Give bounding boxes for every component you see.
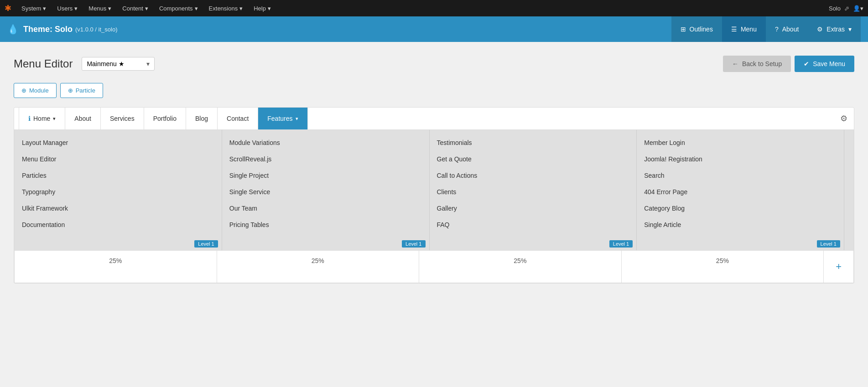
module-plus-icon: ⊕ <box>21 87 26 94</box>
extras-gear-icon: ⚙ <box>817 26 823 33</box>
list-item[interactable]: Layout Manager <box>15 134 222 151</box>
home-info-icon: ℹ <box>28 115 31 122</box>
percent-cell-3: 25% <box>419 251 622 283</box>
extras-button[interactable]: ⚙ Extras ▾ <box>808 16 861 42</box>
home-chevron-icon: ▾ <box>53 116 56 122</box>
percent-cell-2: 25% <box>217 251 420 283</box>
list-item[interactable]: Category Blog <box>637 200 844 217</box>
list-item[interactable]: 404 Error Page <box>637 184 844 200</box>
percent-row: 25% 25% 25% 25% + <box>14 251 854 283</box>
settings-gear-button[interactable]: ⚙ <box>838 112 849 125</box>
list-item[interactable]: Single Service <box>222 184 429 200</box>
outlines-icon: ⊞ <box>681 26 686 33</box>
list-item[interactable]: Typography <box>15 184 222 200</box>
list-item[interactable]: Particles <box>15 167 222 184</box>
nav-menus[interactable]: Menus ▾ <box>84 0 116 16</box>
level-badge-4: Level 1 <box>817 240 840 248</box>
editor-header: Menu Editor Mainmenu ★ ▾ ← Back to Setup… <box>14 56 854 72</box>
column-items-1: Layout Manager Menu Editor Particles Typ… <box>15 130 222 237</box>
nav-extensions[interactable]: Extensions ▾ <box>204 0 248 16</box>
list-item[interactable]: Pricing Tables <box>222 217 429 233</box>
about-button[interactable]: ? About <box>766 16 808 42</box>
list-item[interactable]: Module Variations <box>222 134 429 151</box>
add-column-button[interactable]: + <box>830 257 847 276</box>
main-content: Menu Editor Mainmenu ★ ▾ ← Back to Setup… <box>0 42 868 387</box>
add-column-plus-icon: + <box>836 261 842 273</box>
nav-users[interactable]: Users ▾ <box>52 0 82 16</box>
save-check-icon: ✔ <box>804 60 809 67</box>
page-title: Menu Editor <box>14 57 73 70</box>
level-badge-2: Level 1 <box>402 240 425 248</box>
list-item[interactable]: Clients <box>430 184 637 200</box>
menu-button[interactable]: ☰ Menu <box>722 16 766 42</box>
top-navigation: ✱ System ▾ Users ▾ Menus ▾ Content ▾ Com… <box>0 0 868 16</box>
menu-tabs: ℹ Home ▾ About Services Portfolio Blog C… <box>14 108 854 130</box>
nav-content[interactable]: Content ▾ <box>118 0 153 16</box>
list-item[interactable]: Testimonials <box>430 134 637 151</box>
menu-selector-value: Mainmenu ★ <box>87 60 124 67</box>
tab-portfolio[interactable]: Portfolio <box>144 108 186 129</box>
list-item[interactable]: Documentation <box>15 217 222 233</box>
save-menu-button[interactable]: ✔ Save Menu <box>795 56 854 72</box>
column-panel-3: Testimonials Get a Quote Call to Actions… <box>430 130 637 250</box>
column-footer-2: Level 1 <box>222 237 429 250</box>
menu-selector-chevron-icon: ▾ <box>146 60 150 67</box>
outlines-button[interactable]: ⊞ Outlines <box>671 16 722 42</box>
tab-contact[interactable]: Contact <box>218 108 258 129</box>
username-label: Solo <box>829 5 841 12</box>
features-chevron-icon: ▾ <box>296 116 298 122</box>
theme-bar: 💧 Theme: Solo (v1.0.0 / it_solo) ⊞ Outli… <box>0 16 868 42</box>
add-module-button[interactable]: ⊕ Module <box>14 83 57 98</box>
theme-actions: ⊞ Outlines ☰ Menu ? About ⚙ Extras ▾ <box>671 16 861 42</box>
column-items-2: Module Variations ScrollReveal.js Single… <box>222 130 429 237</box>
column-footer-4: Level 1 <box>637 237 844 250</box>
column-footer-3: Level 1 <box>430 237 637 250</box>
list-item[interactable]: Our Team <box>222 200 429 217</box>
joomla-logo: ✱ <box>5 3 11 13</box>
list-item[interactable]: ScrollReveal.js <box>222 151 429 167</box>
column-items-4: Member Login Joomla! Registration Search… <box>637 130 844 237</box>
menu-tabs-container: ℹ Home ▾ About Services Portfolio Blog C… <box>14 107 854 284</box>
add-buttons-group: ⊕ Module ⊕ Particle <box>14 83 854 98</box>
list-item[interactable]: Menu Editor <box>15 151 222 167</box>
menu-icon: ☰ <box>731 26 737 33</box>
list-item[interactable]: Get a Quote <box>430 151 637 167</box>
list-item[interactable]: Single Article <box>637 217 844 233</box>
theme-logo-icon: 💧 <box>7 24 19 35</box>
list-item[interactable]: Call to Actions <box>430 167 637 184</box>
menu-dropdown[interactable]: Mainmenu ★ ▾ <box>82 57 155 71</box>
list-item[interactable]: Gallery <box>430 200 637 217</box>
add-particle-button[interactable]: ⊕ Particle <box>60 83 103 98</box>
level-badge-3: Level 1 <box>609 240 633 248</box>
tab-about[interactable]: About <box>65 108 101 129</box>
column-footer-1: Level 1 <box>15 237 222 250</box>
gear-icon: ⚙ <box>840 114 847 123</box>
column-panel-4: Member Login Joomla! Registration Search… <box>637 130 844 250</box>
percent-cell-1: 25% <box>15 251 217 283</box>
particle-plus-icon: ⊕ <box>68 87 73 94</box>
list-item[interactable]: Single Project <box>222 167 429 184</box>
column-items-3: Testimonials Get a Quote Call to Actions… <box>430 130 637 237</box>
tab-blog[interactable]: Blog <box>186 108 218 129</box>
list-item[interactable]: Ulkit Framework <box>15 200 222 217</box>
list-item[interactable]: FAQ <box>430 217 637 233</box>
nav-help[interactable]: Help ▾ <box>249 0 275 16</box>
list-item[interactable]: Joomla! Registration <box>637 151 844 167</box>
theme-version: (v1.0.0 / it_solo) <box>75 26 118 33</box>
nav-components[interactable]: Components ▾ <box>155 0 203 16</box>
level-badge-1: Level 1 <box>194 240 218 248</box>
list-item[interactable]: Search <box>637 167 844 184</box>
column-panel-1: Layout Manager Menu Editor Particles Typ… <box>15 130 222 250</box>
theme-title: Theme: Solo <box>23 25 73 34</box>
extras-chevron-icon: ▾ <box>848 26 852 33</box>
add-column-cell[interactable]: + <box>824 251 853 283</box>
tab-home[interactable]: ℹ Home ▾ <box>19 108 65 129</box>
tab-features[interactable]: Features ▾ <box>258 108 307 129</box>
back-to-setup-button[interactable]: ← Back to Setup <box>723 56 791 72</box>
list-item[interactable]: Member Login <box>637 134 844 151</box>
about-question-icon: ? <box>775 26 779 33</box>
tab-services[interactable]: Services <box>101 108 144 129</box>
nav-system[interactable]: System ▾ <box>17 0 51 16</box>
add-column-cell <box>844 130 853 250</box>
column-panel-2: Module Variations ScrollReveal.js Single… <box>222 130 430 250</box>
